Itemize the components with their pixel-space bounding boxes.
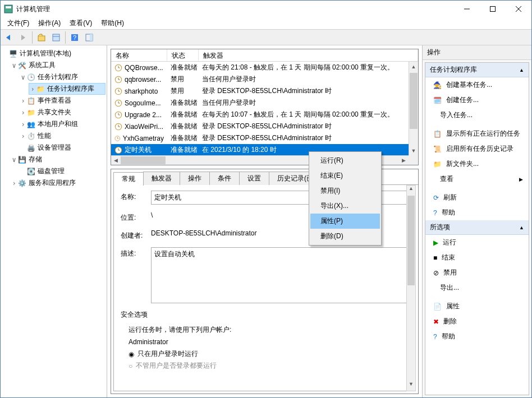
- action-refresh[interactable]: ⟳刷新: [425, 190, 529, 205]
- action-label: 禁用: [443, 268, 457, 277]
- tab-conditions[interactable]: 条件: [209, 172, 240, 185]
- table-row[interactable]: qqbrowser...禁用当任何用户登录时: [111, 73, 418, 85]
- desc-field[interactable]: 设置自动关机: [151, 247, 409, 303]
- tree-services-apps[interactable]: ›⚙️服务和应用程序: [11, 177, 106, 189]
- show-hide-action-pane[interactable]: [82, 31, 96, 44]
- ctx-end[interactable]: 结束(E): [310, 168, 380, 183]
- properties-icon: 📄: [433, 303, 442, 311]
- tree-label: 任务计划程序库: [47, 84, 94, 94]
- action-new-folder[interactable]: 📁新文件夹...: [425, 156, 529, 172]
- actions-header: 操作: [423, 45, 531, 60]
- tree-disk-mgmt[interactable]: 💽磁盘管理: [20, 165, 106, 177]
- action-help[interactable]: ?帮助: [425, 205, 529, 220]
- tree-system-tools[interactable]: ∨🛠️系统工具: [11, 59, 106, 71]
- action-create-task[interactable]: 🗓️创建任务...: [425, 92, 529, 108]
- col-trigger[interactable]: 触发器: [199, 49, 418, 61]
- action-label: 导入任务...: [440, 110, 473, 120]
- tree-task-scheduler[interactable]: ∨🕒任务计划程序: [20, 71, 106, 83]
- col-name[interactable]: 名称: [111, 49, 167, 61]
- table-row[interactable]: QQBrowse...准备就绪在每天的 21:08 - 触发后，在 1 天 期间…: [111, 62, 418, 73]
- tab-actions[interactable]: 操作: [180, 172, 210, 185]
- action-label: 新文件夹...: [446, 159, 479, 169]
- ctx-export[interactable]: 导出(X)...: [310, 198, 380, 214]
- context-menu: 运行(R) 结束(E) 禁用(I) 导出(X)... 属性(P) 删除(D): [309, 151, 382, 246]
- storage-icon: 💾: [17, 155, 26, 164]
- radio-icon: ◉: [129, 350, 134, 358]
- play-icon: ▶: [433, 239, 438, 247]
- tree-label: 性能: [38, 131, 51, 141]
- menu-action[interactable]: 操作(A): [34, 17, 65, 29]
- action-label: 创建任务...: [446, 95, 479, 105]
- table-row[interactable]: sharkphoto禁用登录 DESKTOP-8E5SLCH\Administr…: [111, 85, 418, 97]
- folder-icon: 📁: [433, 160, 442, 168]
- action-import[interactable]: 导入任务...: [425, 108, 529, 123]
- radio-logged-on[interactable]: ◉只在用户登录时运行: [121, 349, 409, 359]
- action-create-basic[interactable]: 🧙创建基本任务...: [425, 77, 529, 92]
- action-delete[interactable]: ✖删除: [425, 314, 529, 329]
- table-row[interactable]: Upgrade 2...准备就绪在每天的 10:07 - 触发后，在 1 天 期…: [111, 109, 418, 121]
- maximize-button[interactable]: [480, 1, 506, 17]
- back-button[interactable]: [2, 31, 15, 44]
- action-show-running[interactable]: 📋显示所有正在运行的任务: [425, 126, 529, 141]
- runas-label: 运行任务时，请使用下列用户帐户:: [121, 325, 409, 335]
- menubar: 文件(F) 操作(A) 查看(V) 帮助(H): [1, 17, 531, 30]
- disk-icon: 💽: [26, 167, 35, 176]
- ctx-delete[interactable]: 删除(D): [310, 229, 380, 244]
- clock-icon: 🕒: [26, 73, 35, 82]
- tree-event-viewer[interactable]: ›📋事件查看器: [20, 95, 106, 107]
- action-help2[interactable]: ?帮助: [425, 329, 529, 344]
- close-button[interactable]: [506, 1, 531, 17]
- minimize-button[interactable]: [454, 1, 480, 17]
- list-vscroll[interactable]: ▲ ▼: [409, 62, 418, 155]
- action-enable-history[interactable]: 📜启用所有任务历史记录: [425, 141, 529, 156]
- help-button[interactable]: ?: [68, 31, 81, 44]
- task-list: 名称 状态 触发器 QQBrowse...准备就绪在每天的 21:08 - 触发…: [111, 49, 419, 165]
- tree-root[interactable]: 🖥️计算机管理(本地): [2, 48, 106, 59]
- table-row[interactable]: SogouIme...准备就绪当任何用户登录时: [111, 97, 418, 109]
- menu-help[interactable]: 帮助(H): [97, 17, 129, 29]
- radio-not-logged[interactable]: ○不管用户是否登录都要运行: [121, 361, 409, 371]
- tree-root-label: 计算机管理(本地): [20, 49, 71, 58]
- action-label: 创建基本任务...: [446, 80, 492, 90]
- action-run[interactable]: ▶运行: [425, 235, 529, 250]
- stop-icon: ■: [433, 254, 437, 262]
- tree-task-scheduler-lib[interactable]: ›📁任务计划程序库: [29, 83, 106, 95]
- table-row[interactable]: YxhGametray准备就绪登录 DESKTOP-8E5SLCH\Admini…: [111, 132, 418, 144]
- tree-shared-folders[interactable]: ›📁共享文件夹: [20, 107, 106, 118]
- tree-storage[interactable]: ∨💾存储: [11, 154, 106, 165]
- ctx-run[interactable]: 运行(R): [310, 153, 380, 168]
- tree-device-mgr[interactable]: 🖨️设备管理器: [20, 142, 106, 154]
- tree-label: 任务计划程序: [38, 72, 78, 82]
- runas-value: Administrator: [121, 338, 409, 346]
- col-state[interactable]: 状态: [167, 49, 199, 61]
- action-end[interactable]: ■结束: [425, 250, 529, 265]
- forward-button[interactable]: [16, 31, 30, 44]
- menu-file[interactable]: 文件(F): [3, 17, 34, 29]
- action-label: 帮助: [442, 208, 455, 217]
- ctx-disable[interactable]: 禁用(I): [310, 183, 380, 198]
- svg-rect-12: [90, 34, 93, 41]
- svg-rect-3: [490, 7, 496, 12]
- tab-settings[interactable]: 设置: [239, 172, 269, 185]
- action-label: 结束: [442, 253, 455, 262]
- tree-local-users[interactable]: ›👥本地用户和组: [20, 118, 106, 130]
- up-button[interactable]: [35, 31, 48, 44]
- tab-triggers[interactable]: 触发器: [143, 172, 180, 185]
- ctx-properties[interactable]: 属性(P): [310, 214, 380, 229]
- detail-vscroll[interactable]: ▲▼: [406, 185, 416, 391]
- tree-performance[interactable]: ›⏱️性能: [20, 130, 106, 142]
- action-export[interactable]: 导出...: [425, 280, 529, 295]
- tab-general[interactable]: 常规: [113, 172, 144, 186]
- properties-button[interactable]: [49, 31, 63, 44]
- action-label: 查看: [440, 174, 453, 184]
- menu-view[interactable]: 查看(V): [65, 17, 97, 29]
- table-row[interactable]: XiaoWeiPri...准备就绪登录 DESKTOP-8E5SLCH\Admi…: [111, 121, 418, 132]
- action-view[interactable]: 查看▶: [425, 172, 529, 187]
- action-properties[interactable]: 📄属性: [425, 299, 529, 314]
- svg-text:?: ?: [73, 34, 76, 41]
- section-selection[interactable]: 所选项▲: [425, 220, 529, 235]
- section-tasklib[interactable]: 任务计划程序库▲: [425, 63, 529, 77]
- desc-label: 描述:: [121, 247, 151, 258]
- action-disable[interactable]: ⊘禁用: [425, 265, 529, 280]
- tree-pane: 🖥️计算机管理(本地) ∨🛠️系统工具 ∨🕒任务计划程序 ›📁任务计划程序库 ›…: [1, 45, 107, 397]
